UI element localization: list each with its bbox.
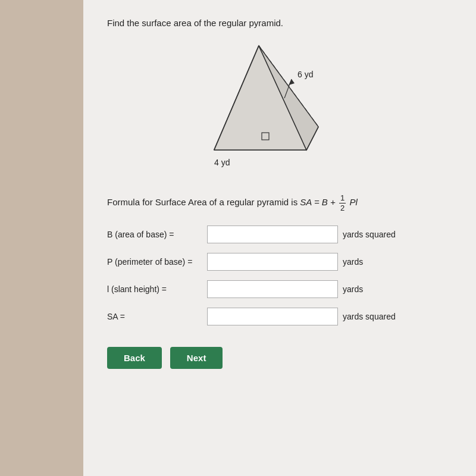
svg-text:6 yd: 6 yd	[298, 70, 313, 79]
pyramid-diagram: 6 yd 4 yd	[107, 39, 452, 181]
sa-input[interactable]	[207, 308, 338, 325]
b-input[interactable]	[207, 226, 338, 243]
l-input[interactable]	[207, 280, 338, 298]
back-button[interactable]: Back	[107, 347, 162, 369]
question-text: Find the surface area of the regular pyr…	[107, 18, 452, 28]
p-input[interactable]	[207, 253, 338, 271]
next-button[interactable]: Next	[170, 347, 223, 369]
svg-marker-12	[289, 79, 295, 85]
sa-label: SA =	[107, 312, 202, 321]
buttons-row: Back Next	[107, 347, 452, 369]
l-unit: yards	[343, 284, 363, 294]
svg-text:4 yd: 4 yd	[214, 158, 230, 167]
p-unit: yards	[343, 257, 363, 267]
p-input-row: P (perimeter of base) = yards	[107, 253, 452, 271]
p-label: P (perimeter of base) =	[107, 257, 202, 267]
b-label: B (area of base) =	[107, 230, 202, 239]
b-input-row: B (area of base) = yards squared	[107, 226, 452, 243]
l-label: l (slant height) =	[107, 284, 202, 294]
b-unit: yards squared	[343, 230, 396, 239]
l-input-row: l (slant height) = yards	[107, 280, 452, 298]
formula-text: Formula for Surface Area of a regular py…	[107, 193, 452, 212]
sa-input-row: SA = yards squared	[107, 308, 452, 325]
sa-unit: yards squared	[343, 312, 396, 321]
